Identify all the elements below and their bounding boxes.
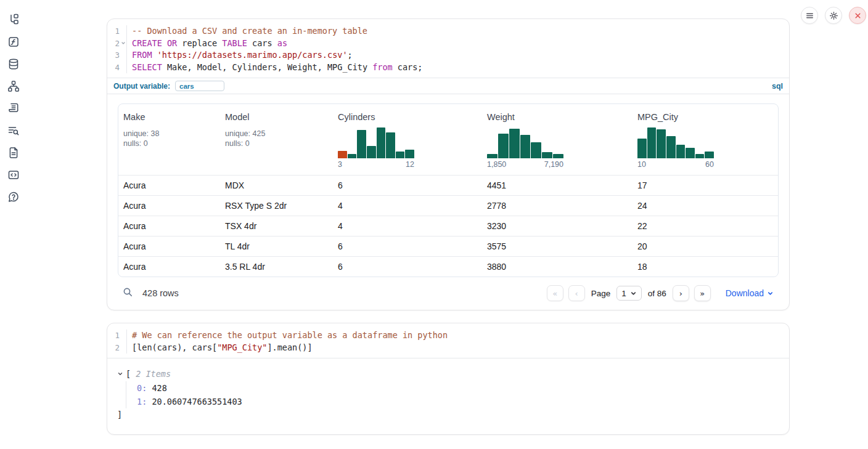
code-token: replace [177,38,222,48]
sql-meta-row: Output variable: sql [107,78,789,94]
sql-code-editor[interactable]: 1-- Download a CSV and create an in-memo… [107,19,789,78]
table-row[interactable]: AcuraTSX 4dr4323022 [118,216,778,236]
histogram-bar[interactable] [487,154,497,158]
histogram-bar[interactable] [396,152,405,158]
code-token: from [372,62,393,72]
python-cell: 1# We can reference the output variable … [107,323,790,435]
histogram-bar[interactable] [657,129,666,158]
histogram-bar[interactable] [367,146,376,158]
code-line[interactable]: 2CREATE OR replace TABLE cars as [107,38,789,50]
code-line[interactable]: 1# We can reference the output variable … [107,330,789,342]
line-number-gutter: 1 [107,330,127,342]
search-icon[interactable] [123,287,133,300]
histogram-bar[interactable] [666,136,676,158]
histogram-bar[interactable] [676,145,686,158]
line-number: 1 [115,330,120,342]
column-stats: unique: 38nulls: 0 [123,129,215,148]
line-number-gutter: 1 [107,25,127,38]
file-explorer-icon[interactable] [7,14,20,26]
histogram-bar[interactable] [498,134,509,158]
notebook: 1-- Download a CSV and create an in-memo… [107,18,790,435]
scratchpad-icon[interactable] [7,102,20,115]
code-token: as [277,38,287,48]
histogram-bar[interactable] [338,151,347,158]
code-token: Make, Model, Cylinders, Weight, MPG_City [162,62,372,72]
table-cell: 24 [633,196,778,216]
table-row[interactable]: AcuraTL 4dr6357520 [118,236,778,256]
logs-icon[interactable] [7,124,20,137]
table-row[interactable]: AcuraRSX Type S 2dr4277824 [118,195,778,216]
column-histogram[interactable]: 312 [338,126,414,169]
settings-button[interactable] [825,7,842,24]
table-row[interactable]: AcuraMDX6445117 [118,175,778,195]
shutdown-button[interactable] [849,7,866,24]
code-line[interactable]: 1-- Download a CSV and create an in-memo… [107,25,789,38]
table-row[interactable]: Acura3.5 RL 4dr6388018 [118,256,778,277]
datasources-icon[interactable] [7,58,20,70]
last-page-button[interactable]: » [694,285,711,301]
column-stat-line: unique: 425 [225,129,328,139]
dependency-graph-icon[interactable] [7,80,20,92]
column-header-make[interactable]: Makeunique: 38nulls: 0 [118,104,220,175]
histogram-min-label: 10 [637,160,646,169]
fold-chevron-icon[interactable] [120,41,126,46]
histogram-bar[interactable] [357,130,366,158]
histogram-bar[interactable] [377,127,386,158]
table-cell: 4451 [482,176,633,195]
prev-page-button[interactable]: ‹ [568,285,585,301]
histogram-bar[interactable] [647,127,657,158]
column-histogram[interactable]: 1,8507,190 [487,126,563,169]
table-header-row: Makeunique: 38nulls: 0Modelunique: 425nu… [118,104,778,175]
line-number: 2 [115,38,120,50]
histogram-max-label: 60 [705,160,714,169]
download-button[interactable]: Download [726,288,774,298]
code-line[interactable]: 3FROM 'https://datasets.marimo.app/cars.… [107,49,789,62]
code-line[interactable]: 4SELECT Make, Model, Cylinders, Weight, … [107,62,789,74]
functions-icon[interactable] [7,36,20,48]
column-histogram[interactable]: 1060 [637,126,714,169]
table-body: AcuraMDX6445117AcuraRSX Type S 2dr427782… [118,175,778,277]
output-variable-input[interactable] [175,81,224,91]
histogram-bar[interactable] [509,129,520,158]
column-header-cylinders[interactable]: Cylinders312 [333,104,482,175]
column-header-model[interactable]: Modelunique: 425nulls: 0 [220,104,333,175]
table-cell: 3575 [482,237,633,256]
histogram-bar[interactable] [695,154,705,158]
column-title: Make [123,112,215,122]
table-cell: 3880 [482,257,633,277]
histogram-bar[interactable] [553,154,563,158]
documentation-icon[interactable] [7,147,20,159]
table-cell: 4 [333,216,482,236]
first-page-button[interactable]: « [547,285,563,301]
histogram-axis-labels: 312 [338,160,414,169]
help-icon[interactable] [7,191,20,203]
tree-entry-index: 0: [137,383,147,393]
page-total-label: of 86 [648,289,666,298]
code-token [152,50,157,60]
histogram-bar[interactable] [705,152,714,158]
histogram-bar[interactable] [686,148,695,158]
page-select[interactable]: 1 [616,286,642,301]
sql-cell: 1-- Download a CSV and create an in-memo… [107,18,790,310]
code-token: -- Download a CSV and create an in-memor… [132,26,367,36]
histogram-bar[interactable] [348,154,357,158]
histogram-bar[interactable] [542,152,552,158]
column-header-weight[interactable]: Weight1,8507,190 [482,104,633,175]
table-cell: Acura [118,237,220,256]
menu-button[interactable] [801,7,818,24]
table-cell: 20 [633,237,778,256]
python-code-editor[interactable]: 1# We can reference the output variable … [107,323,789,358]
column-header-mpg_city[interactable]: MPG_City1060 [633,104,778,175]
tree-root[interactable]: [ 2 Items [117,368,779,380]
row-count: 428 rows [142,288,179,298]
snippets-icon[interactable] [7,169,20,181]
table-cell: 22 [633,216,778,236]
histogram-bar[interactable] [386,132,395,158]
next-page-button[interactable]: › [673,285,689,301]
histogram-bar[interactable] [405,150,414,158]
histogram-bar[interactable] [637,139,647,158]
histogram-bar[interactable] [520,135,531,158]
histogram-bar[interactable] [531,142,541,158]
code-token: cars [247,38,277,48]
code-line[interactable]: 2[len(cars), cars["MPG_City"].mean()] [107,342,789,354]
